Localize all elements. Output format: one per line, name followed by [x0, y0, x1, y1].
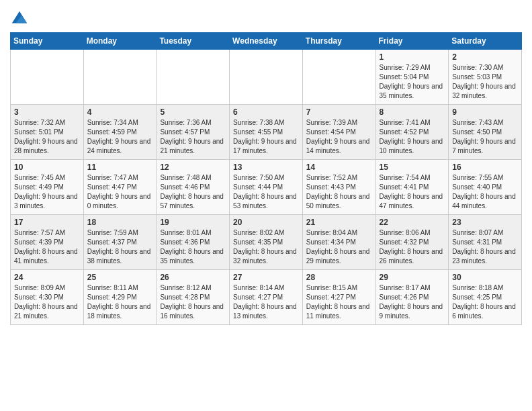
day-number: 6 [233, 107, 299, 117]
calendar-day-cell: 3Sunrise: 7:32 AM Sunset: 5:01 PM Daylig… [11, 105, 84, 160]
calendar-day-cell: 18Sunrise: 7:59 AM Sunset: 4:37 PM Dayli… [83, 215, 157, 270]
day-number: 23 [452, 218, 518, 227]
day-info: Sunrise: 8:06 AM Sunset: 4:32 PM Dayligh… [380, 228, 445, 266]
calendar-week-row: 24Sunrise: 8:09 AM Sunset: 4:30 PM Dayli… [11, 270, 522, 325]
day-number: 1 [380, 52, 445, 62]
weekday-header-cell: Sunday [11, 33, 84, 50]
calendar-week-row: 10Sunrise: 7:45 AM Sunset: 4:49 PM Dayli… [11, 160, 522, 215]
day-info: Sunrise: 8:02 AM Sunset: 4:35 PM Dayligh… [233, 228, 299, 266]
calendar-day-cell: 16Sunrise: 7:55 AM Sunset: 4:40 PM Dayli… [449, 160, 522, 215]
day-number: 2 [452, 52, 518, 62]
calendar-day-cell [302, 50, 375, 105]
day-number: 16 [452, 163, 518, 172]
calendar-day-cell: 28Sunrise: 8:15 AM Sunset: 4:27 PM Dayli… [302, 270, 375, 325]
calendar-day-cell: 12Sunrise: 7:48 AM Sunset: 4:46 PM Dayli… [157, 160, 230, 215]
weekday-header-cell: Friday [375, 33, 449, 50]
calendar-day-cell: 7Sunrise: 7:39 AM Sunset: 4:54 PM Daylig… [302, 105, 375, 160]
day-info: Sunrise: 8:04 AM Sunset: 4:34 PM Dayligh… [306, 228, 372, 266]
calendar-day-cell: 8Sunrise: 7:41 AM Sunset: 4:52 PM Daylig… [375, 105, 449, 160]
day-number: 29 [380, 273, 445, 282]
day-number: 19 [160, 218, 226, 227]
logo-icon [10, 9, 29, 28]
calendar-day-cell: 14Sunrise: 7:52 AM Sunset: 4:43 PM Dayli… [302, 160, 375, 215]
calendar-day-cell: 25Sunrise: 8:11 AM Sunset: 4:29 PM Dayli… [83, 270, 157, 325]
calendar-day-cell [11, 50, 84, 105]
calendar-day-cell: 6Sunrise: 7:38 AM Sunset: 4:55 PM Daylig… [230, 105, 303, 160]
calendar-day-cell: 26Sunrise: 8:12 AM Sunset: 4:28 PM Dayli… [157, 270, 230, 325]
weekday-header-cell: Thursday [302, 33, 375, 50]
day-info: Sunrise: 8:14 AM Sunset: 4:27 PM Dayligh… [233, 283, 299, 321]
calendar-week-row: 1Sunrise: 7:29 AM Sunset: 5:04 PM Daylig… [11, 50, 522, 105]
day-info: Sunrise: 7:59 AM Sunset: 4:37 PM Dayligh… [87, 228, 153, 266]
day-number: 14 [306, 163, 372, 172]
day-number: 18 [87, 218, 153, 227]
day-number: 8 [380, 107, 445, 117]
day-number: 27 [233, 273, 299, 282]
day-info: Sunrise: 8:07 AM Sunset: 4:31 PM Dayligh… [452, 228, 518, 266]
day-info: Sunrise: 7:52 AM Sunset: 4:43 PM Dayligh… [306, 173, 372, 211]
calendar-day-cell: 29Sunrise: 8:17 AM Sunset: 4:26 PM Dayli… [375, 270, 449, 325]
day-number: 3 [14, 107, 80, 117]
calendar-day-cell: 24Sunrise: 8:09 AM Sunset: 4:30 PM Dayli… [11, 270, 84, 325]
day-info: Sunrise: 8:15 AM Sunset: 4:27 PM Dayligh… [306, 283, 372, 321]
day-number: 7 [306, 107, 372, 117]
day-info: Sunrise: 8:09 AM Sunset: 4:30 PM Dayligh… [14, 283, 80, 321]
day-number: 15 [380, 163, 445, 172]
header [10, 7, 522, 28]
day-info: Sunrise: 8:17 AM Sunset: 4:26 PM Dayligh… [380, 283, 445, 321]
calendar-day-cell: 21Sunrise: 8:04 AM Sunset: 4:34 PM Dayli… [302, 215, 375, 270]
calendar-day-cell [157, 50, 230, 105]
calendar-day-cell: 15Sunrise: 7:54 AM Sunset: 4:41 PM Dayli… [375, 160, 449, 215]
logo [10, 9, 32, 28]
day-number: 5 [160, 107, 226, 117]
calendar-day-cell: 27Sunrise: 8:14 AM Sunset: 4:27 PM Dayli… [230, 270, 303, 325]
calendar-table: SundayMondayTuesdayWednesdayThursdayFrid… [10, 32, 522, 325]
calendar-day-cell [230, 50, 303, 105]
day-number: 28 [306, 273, 372, 282]
day-info: Sunrise: 7:34 AM Sunset: 4:59 PM Dayligh… [87, 118, 153, 156]
calendar-day-cell: 2Sunrise: 7:30 AM Sunset: 5:03 PM Daylig… [449, 50, 522, 105]
calendar-day-cell: 17Sunrise: 7:57 AM Sunset: 4:39 PM Dayli… [11, 215, 84, 270]
day-number: 22 [380, 218, 445, 227]
calendar-day-cell: 10Sunrise: 7:45 AM Sunset: 4:49 PM Dayli… [11, 160, 84, 215]
day-number: 11 [87, 163, 153, 172]
calendar-day-cell: 5Sunrise: 7:36 AM Sunset: 4:57 PM Daylig… [157, 105, 230, 160]
calendar-week-row: 3Sunrise: 7:32 AM Sunset: 5:01 PM Daylig… [11, 105, 522, 160]
weekday-header-cell: Monday [83, 33, 157, 50]
day-number: 10 [14, 163, 80, 172]
day-number: 12 [160, 163, 226, 172]
day-number: 24 [14, 273, 80, 282]
calendar-day-cell: 20Sunrise: 8:02 AM Sunset: 4:35 PM Dayli… [230, 215, 303, 270]
calendar-day-cell: 13Sunrise: 7:50 AM Sunset: 4:44 PM Dayli… [230, 160, 303, 215]
day-info: Sunrise: 7:38 AM Sunset: 4:55 PM Dayligh… [233, 118, 299, 156]
day-info: Sunrise: 7:48 AM Sunset: 4:46 PM Dayligh… [160, 173, 226, 211]
day-info: Sunrise: 7:45 AM Sunset: 4:49 PM Dayligh… [14, 173, 80, 211]
day-info: Sunrise: 8:11 AM Sunset: 4:29 PM Dayligh… [87, 283, 153, 321]
day-number: 13 [233, 163, 299, 172]
day-info: Sunrise: 7:55 AM Sunset: 4:40 PM Dayligh… [452, 173, 518, 211]
day-number: 9 [452, 107, 518, 117]
day-info: Sunrise: 8:18 AM Sunset: 4:25 PM Dayligh… [452, 283, 518, 321]
day-number: 25 [87, 273, 153, 282]
day-info: Sunrise: 7:29 AM Sunset: 5:04 PM Dayligh… [380, 63, 445, 101]
day-info: Sunrise: 8:12 AM Sunset: 4:28 PM Dayligh… [160, 283, 226, 321]
calendar-week-row: 17Sunrise: 7:57 AM Sunset: 4:39 PM Dayli… [11, 215, 522, 270]
day-number: 17 [14, 218, 80, 227]
calendar-day-cell: 30Sunrise: 8:18 AM Sunset: 4:25 PM Dayli… [449, 270, 522, 325]
day-info: Sunrise: 7:50 AM Sunset: 4:44 PM Dayligh… [233, 173, 299, 211]
day-number: 21 [306, 218, 372, 227]
day-info: Sunrise: 7:47 AM Sunset: 4:47 PM Dayligh… [87, 173, 153, 211]
day-number: 30 [452, 273, 518, 282]
weekday-header-cell: Wednesday [230, 33, 303, 50]
day-info: Sunrise: 7:30 AM Sunset: 5:03 PM Dayligh… [452, 63, 518, 101]
weekday-header-cell: Saturday [449, 33, 522, 50]
calendar-day-cell: 1Sunrise: 7:29 AM Sunset: 5:04 PM Daylig… [375, 50, 449, 105]
weekday-header-cell: Tuesday [157, 33, 230, 50]
calendar-day-cell: 11Sunrise: 7:47 AM Sunset: 4:47 PM Dayli… [83, 160, 157, 215]
day-info: Sunrise: 7:43 AM Sunset: 4:50 PM Dayligh… [452, 118, 518, 156]
day-info: Sunrise: 7:39 AM Sunset: 4:54 PM Dayligh… [306, 118, 372, 156]
day-number: 4 [87, 107, 153, 117]
calendar-body: 1Sunrise: 7:29 AM Sunset: 5:04 PM Daylig… [11, 50, 522, 325]
day-info: Sunrise: 7:54 AM Sunset: 4:41 PM Dayligh… [380, 173, 445, 211]
day-number: 26 [160, 273, 226, 282]
